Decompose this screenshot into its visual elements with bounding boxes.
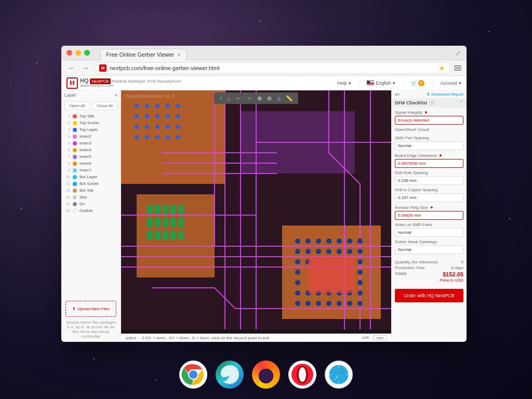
svg-point-18 <box>166 125 170 129</box>
dfm-value[interactable]: Normal <box>395 141 463 150</box>
open-all-button[interactable]: Open All <box>64 101 90 110</box>
layer-item[interactable]: 4Inner2 <box>63 133 118 140</box>
layer-name: Top Solder <box>79 121 99 125</box>
tool-left-icon[interactable]: ← <box>235 95 241 101</box>
dfm-field: Open/Short Circuit <box>395 127 463 133</box>
close-all-button[interactable]: Close All <box>92 101 117 110</box>
layer-item[interactable]: 1Top Silk <box>63 113 118 119</box>
tool-zoom-out-icon[interactable]: ⊖ <box>267 95 272 102</box>
edge-icon[interactable] <box>216 361 244 389</box>
dfm-field: Drill Hole Spacing0.238 mm <box>395 170 463 185</box>
svg-point-5 <box>135 104 139 108</box>
layer-swatch-icon <box>73 202 77 206</box>
layer-item[interactable]: 10Bot Layer <box>63 174 118 180</box>
unit-select[interactable]: mm <box>373 335 387 341</box>
tool-up-icon[interactable]: ↑ <box>219 95 222 101</box>
site-logo[interactable]: H HQNextPCB Reliable Multilayer PCB Manu… <box>66 77 181 89</box>
gerber-canvas[interactable]: ZyonGerberViewer v1.2 ↑ ↓ ← → ⊕ ⊖ ⌂ 📏 <box>121 90 391 334</box>
layer-name: Outline <box>79 208 92 213</box>
upload-files-button[interactable]: ⬆ Upload New Files <box>65 301 116 317</box>
svg-rect-75 <box>308 257 355 293</box>
svg-point-10 <box>135 114 139 118</box>
nav-language[interactable]: English ▾ <box>367 81 395 86</box>
expand-icon[interactable]: ⤢ <box>455 49 461 57</box>
back-button[interactable]: ← <box>66 63 76 72</box>
nav-help[interactable]: Help ▾ <box>337 81 351 86</box>
status-text: select : . S DX = 0mm , DY = 0mm , D = 0… <box>125 336 269 340</box>
svg-rect-68 <box>170 218 176 227</box>
info-icon[interactable]: ? <box>429 100 434 105</box>
close-icon[interactable] <box>66 50 72 56</box>
tool-right-icon[interactable]: → <box>246 95 252 101</box>
layer-item[interactable]: 5Inner3 <box>63 140 118 147</box>
svg-point-44 <box>295 280 300 285</box>
unit-label: unit <box>362 335 369 341</box>
bookmark-star-icon[interactable]: ★ <box>438 64 445 72</box>
dfm-value[interactable]: 0.04826 mm <box>395 211 463 220</box>
dfm-value[interactable]: 0.0915036 mm <box>395 159 463 168</box>
svg-point-24 <box>176 135 180 139</box>
zoom-icon[interactable] <box>84 50 90 56</box>
layer-item[interactable]: 7Inner5 <box>63 153 118 160</box>
layer-name: Top Silk <box>79 114 94 118</box>
opera-icon[interactable] <box>288 361 316 389</box>
layer-item[interactable]: 2Top Solder <box>63 119 118 126</box>
svg-point-6 <box>145 104 149 108</box>
total-price: $152.05 <box>443 271 463 277</box>
tool-home-icon[interactable]: ⌂ <box>277 95 281 101</box>
flag-us-icon <box>367 81 374 86</box>
browser-tab[interactable]: Free Online Gerber Viewer × <box>100 49 187 60</box>
layer-item[interactable]: 6Inner4 <box>63 147 118 153</box>
layer-item[interactable]: 3Top Layer <box>63 126 118 133</box>
canvas-toolbar: ↑ ↓ ← → ⊕ ⊖ ⌂ 📏 <box>214 92 298 104</box>
dfm-value[interactable]: Error(s) detected <box>395 116 463 125</box>
layer-item[interactable]: 12Bot Silk <box>63 187 118 194</box>
chrome-icon[interactable] <box>179 361 207 389</box>
collapse-icon[interactable]: « <box>115 92 117 98</box>
nav-account[interactable]: Account ▾ <box>440 81 461 86</box>
safari-icon[interactable] <box>325 361 353 389</box>
svg-point-15 <box>135 125 139 129</box>
layer-name: Drl <box>79 202 85 206</box>
layer-swatch-icon <box>73 141 77 145</box>
minimize-icon[interactable] <box>75 50 81 56</box>
tab-title: Free Online Gerber Viewer <box>106 51 174 58</box>
dfm-value[interactable]: 0.238 mm <box>395 176 463 185</box>
layer-item[interactable]: 13Slot <box>63 194 118 201</box>
nav-cart[interactable]: 🛒 0 <box>411 80 424 86</box>
layer-item[interactable]: 8Inner6 <box>63 160 118 167</box>
layer-name: Bot Layer <box>79 175 97 179</box>
warning-icon: ● <box>424 110 427 115</box>
svg-point-27 <box>316 238 321 244</box>
url-field[interactable]: H nextpcb.com/free-online-gerber-viewer.… <box>95 62 450 74</box>
svg-point-39 <box>295 259 300 264</box>
menu-button[interactable] <box>454 65 461 71</box>
tab-close-icon[interactable]: × <box>177 51 180 58</box>
svg-rect-65 <box>147 218 152 227</box>
order-button[interactable]: Order with HQ NextPCB <box>395 289 463 302</box>
svg-rect-73 <box>170 231 176 240</box>
layer-item[interactable]: 14Drl <box>63 201 118 207</box>
svg-point-33 <box>305 249 311 254</box>
tool-down-icon[interactable]: ↓ <box>228 95 231 101</box>
layer-item[interactable]: 15Outline <box>63 207 118 214</box>
layer-name: Slot <box>79 195 87 200</box>
dfm-field: SMD Pad SpacingNormal <box>395 136 463 150</box>
dfm-lang[interactable]: en <box>395 92 400 97</box>
layer-swatch-icon <box>73 195 77 200</box>
svg-rect-61 <box>155 205 160 214</box>
upload-note: Accepts Gerber files packaged in a .zip … <box>61 320 121 342</box>
download-report-link[interactable]: ⬇ Download Report <box>427 92 463 97</box>
dfm-value[interactable]: Normal <box>395 228 463 237</box>
layer-swatch-icon <box>73 121 77 125</box>
firefox-icon[interactable] <box>252 361 280 389</box>
dfm-value[interactable]: Normal <box>395 245 463 254</box>
layer-item[interactable]: 9Inner7 <box>63 167 118 174</box>
layer-item[interactable]: 11Bot Solder <box>63 180 118 187</box>
dfm-header[interactable]: DFM Checklist ? ⌃ <box>392 98 467 108</box>
tool-measure-icon[interactable]: 📏 <box>286 95 293 102</box>
forward-button[interactable]: → <box>81 63 90 72</box>
tool-zoom-in-icon[interactable]: ⊕ <box>257 95 262 102</box>
dfm-value[interactable]: 0.197 mm <box>395 193 463 202</box>
dfm-field: Board Edge Clearance ●0.0915036 mm <box>395 153 463 168</box>
